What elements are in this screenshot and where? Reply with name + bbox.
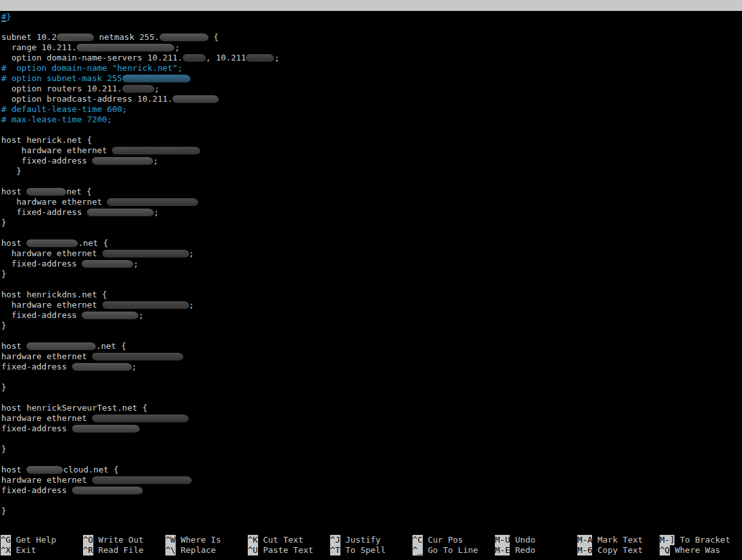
editor-line[interactable]: host .net { (1, 341, 742, 351)
shortcut-key: ^X (1, 545, 11, 555)
editor-line[interactable]: } (1, 506, 742, 516)
code-text: hardware ethernet (1, 413, 92, 423)
editor-line[interactable]: #} (1, 12, 742, 22)
editor-line[interactable]: hardware ethernet (1, 475, 742, 485)
editor-line[interactable]: fixed-address ; (1, 310, 742, 321)
editor-line[interactable]: fixed-address ; (1, 362, 742, 372)
code-text: ; (154, 207, 159, 217)
shortcut-label: Cur Pos (428, 535, 463, 545)
editor-line[interactable] (1, 125, 742, 135)
code-text: hardware ethernet (1, 300, 102, 310)
shortcut-label: Where Is (181, 535, 221, 545)
editor-line[interactable]: option domain-name-servers 10.211., 10.2… (1, 53, 742, 63)
editor-line[interactable] (1, 22, 742, 32)
code-text: ; (189, 248, 194, 258)
editor-line[interactable] (1, 434, 742, 444)
editor-line[interactable]: # default-lease-time 600; (1, 104, 742, 115)
shortcut-column: ^JJustify^TTo Spell (330, 535, 413, 555)
editor-line[interactable]: hardware ethernet (1, 413, 742, 424)
editor-line[interactable]: # option subnet-mask 255 (1, 73, 742, 84)
code-text: ; (274, 53, 279, 62)
editor-line[interactable]: host henrickdns.net { (1, 290, 742, 300)
code-text: } (1, 506, 6, 516)
code-text: net { (66, 187, 91, 196)
shortcut-bar: ^GGet Help^XExit^OWrite Out^RRead File^W… (1, 535, 742, 555)
shortcut-redo: M-ERedo (495, 545, 577, 555)
code-text: option domain-name-servers 10.211. (1, 53, 183, 62)
code-text: } (1, 382, 6, 392)
editor-line[interactable]: host cloud.net { (1, 465, 742, 475)
shortcut-label: Undo (515, 535, 535, 545)
editor-line[interactable]: host henrick.net { (1, 135, 742, 145)
editor-line[interactable]: hardware ethernet (1, 351, 742, 362)
redacted-text (72, 487, 143, 494)
editor-line[interactable]: } (1, 218, 742, 228)
editor-line[interactable]: subnet 10.2 netmask 255. { (1, 32, 742, 42)
shortcut-label: Copy Text (597, 545, 642, 555)
editor-line[interactable] (1, 372, 742, 382)
shortcut-replace: ^\Replace (165, 545, 248, 555)
editor-line[interactable]: host net { (1, 187, 742, 197)
redacted-text (122, 75, 190, 82)
editor-line[interactable]: fixed-address (1, 424, 742, 434)
shortcut-label: Write Out (98, 535, 144, 545)
editor-line[interactable] (1, 228, 742, 238)
redacted-text (82, 312, 138, 319)
editor-line[interactable]: host .net { (1, 238, 742, 248)
editor-line[interactable]: host henrickServeurTest.net { (1, 403, 742, 413)
shortcut-key: ^G (1, 535, 11, 545)
editor-line[interactable] (1, 331, 742, 341)
code-text: .net { (78, 238, 108, 248)
editor-line[interactable]: option routers 10.211.; (1, 84, 742, 94)
shortcut-label: Cut Text (263, 535, 304, 545)
editor-line[interactable]: hardware ethernet (1, 145, 742, 156)
code-text: , 10.211 (206, 53, 246, 62)
text-cursor: # (1, 12, 6, 21)
editor-line[interactable]: # option domain-name "henrick.net"; (1, 63, 742, 73)
shortcut-paste-text: ^UPaste Text (248, 545, 330, 555)
code-text: host henrickServeurTest.net { (1, 403, 147, 413)
editor-line[interactable]: } (1, 269, 742, 279)
editor-area[interactable]: #} subnet 10.2 netmask 255. { range 10.2… (1, 12, 742, 534)
editor-line[interactable] (1, 496, 742, 506)
editor-line[interactable]: hardware ethernet ; (1, 300, 742, 310)
editor-line[interactable] (1, 176, 742, 187)
code-text: host henrickdns.net { (1, 290, 107, 299)
editor-line[interactable] (1, 454, 742, 465)
redacted-text (26, 342, 96, 350)
shortcut-to-spell: ^TTo Spell (330, 545, 413, 555)
shortcut-where-is: ^WWhere Is (165, 535, 248, 545)
shortcut-column: ^WWhere Is^\Replace (165, 535, 248, 555)
redacted-text (72, 425, 140, 433)
editor-line[interactable]: } (1, 321, 742, 331)
shortcut-key: M-] (660, 535, 674, 545)
editor-line[interactable]: option broadcast-address 10.211. (1, 94, 742, 104)
editor-line[interactable]: fixed-address (1, 485, 742, 496)
shortcut-label: Replace (181, 545, 216, 555)
editor-line[interactable]: fixed-address ; (1, 156, 742, 166)
code-text: fixed-address (1, 310, 82, 320)
code-text: netmask 255. (94, 32, 160, 42)
editor-line[interactable]: } (1, 166, 742, 176)
editor-line[interactable]: # max-lease-time 7200; (1, 115, 742, 125)
editor-line[interactable]: fixed-address ; (1, 207, 742, 218)
code-text: host (1, 341, 26, 351)
redacted-text (82, 260, 133, 268)
editor-line[interactable]: fixed-address ; (1, 259, 742, 269)
shortcut-label: Redo (515, 545, 535, 555)
shortcut-column: M-AMark TextM-6Copy Text (577, 535, 660, 555)
shortcut-copy-text: M-6Copy Text (577, 545, 660, 555)
editor-line[interactable]: } (1, 382, 742, 393)
editor-line[interactable] (1, 279, 742, 290)
editor-line[interactable] (1, 393, 742, 403)
redacted-text (57, 33, 94, 41)
shortcut-key: ^J (330, 535, 340, 545)
editor-line[interactable]: hardware ethernet (1, 197, 742, 207)
code-text: fixed-address (1, 207, 87, 217)
shortcut-key: M-6 (577, 545, 592, 555)
redacted-text (77, 44, 174, 51)
editor-line[interactable]: range 10.211.; (1, 42, 742, 53)
editor-line[interactable]: hardware ethernet ; (1, 248, 742, 259)
shortcut-key: ^_ (413, 545, 423, 555)
editor-line[interactable]: } (1, 444, 742, 454)
